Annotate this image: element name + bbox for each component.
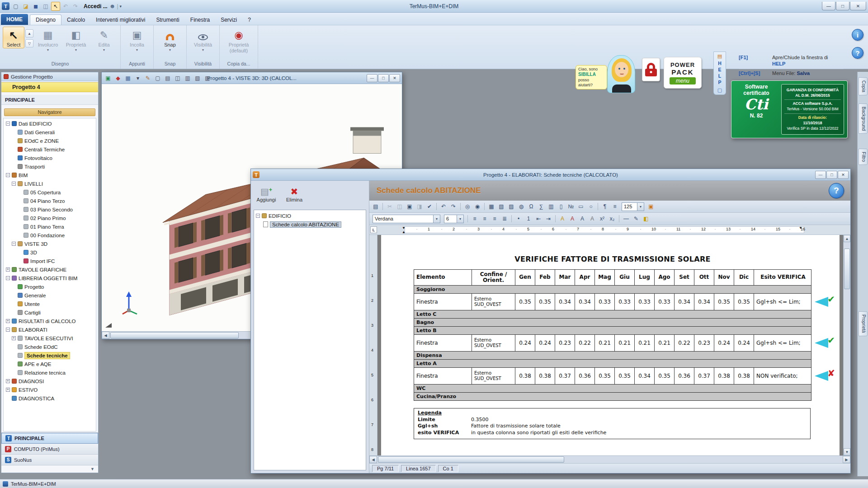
scroll-up-button[interactable]: ▲: [844, 235, 850, 242]
viewport-maximize-button[interactable]: □: [378, 74, 389, 82]
tab-stop-selector[interactable]: L: [370, 226, 377, 233]
tree-item-utente[interactable]: Utente: [4, 300, 96, 308]
tree-item-03-piano-secondo[interactable]: 03 Piano Secondo: [4, 205, 96, 214]
formatting-marks-icon[interactable]: ≡: [610, 202, 619, 211]
incolla-button[interactable]: ▣ Incolla ▾: [123, 27, 151, 52]
menu-tab-finestra[interactable]: Finestra: [185, 15, 215, 25]
tree-item-progetto[interactable]: Progetto: [4, 282, 96, 291]
insert-chart-icon[interactable]: ▨: [507, 202, 516, 211]
pointer-tool-icon[interactable]: ↖: [51, 2, 60, 11]
elaborati-maximize-button[interactable]: □: [826, 171, 837, 179]
tree-item-00-fondazione[interactable]: 00 Fondazione: [4, 231, 96, 239]
tree-item-livelli[interactable]: −LIVELLI: [4, 179, 96, 188]
full-page-icon[interactable]: ▣: [646, 202, 656, 211]
align-center-icon[interactable]: ≡: [480, 214, 489, 223]
tree-item-schede-eodc[interactable]: Schede EOdC: [4, 343, 96, 351]
tree-item-tavole-esecutivi[interactable]: +TAVOLE ESECUTIVI: [4, 334, 96, 343]
side-tab-copia[interactable]: Copia: [859, 77, 868, 95]
tree-expander-icon[interactable]: +: [12, 336, 16, 340]
document-help-button[interactable]: ?: [829, 183, 844, 198]
horizontal-ruler[interactable]: L 1·2·3·4·5·6·7·8·9·10·11·12·13·14·15·16…: [369, 225, 850, 235]
document-v-scrollbar[interactable]: ▲ ▼: [843, 235, 850, 455]
scrollbar-thumb[interactable]: [844, 249, 850, 289]
proprieta-default-button[interactable]: ◉ Proprietà (default): [222, 27, 255, 54]
scroll-down-button[interactable]: ▼: [844, 448, 850, 455]
project-panel-header[interactable]: Gestione Progetto: [1, 72, 98, 81]
open-folder-icon[interactable]: ◪: [21, 2, 30, 11]
tree-item-04-piano-terzo[interactable]: 04 Piano Terzo: [4, 197, 96, 205]
tree-expander-icon[interactable]: −: [12, 242, 16, 246]
info-button[interactable]: i: [852, 29, 863, 41]
vertical-ruler[interactable]: 12345678: [369, 235, 377, 455]
zoom-select[interactable]: 125 ▾: [622, 202, 644, 211]
tree-expander-icon[interactable]: +: [6, 267, 10, 272]
scrollbar-track[interactable]: [844, 242, 850, 448]
menu-tab-home[interactable]: HOME: [1, 14, 28, 25]
elaborati-close-button[interactable]: ✕: [838, 171, 849, 179]
insert-field-icon[interactable]: ▥: [547, 202, 556, 211]
font-size-select[interactable]: 6 ▾: [444, 215, 464, 223]
maximize-button[interactable]: □: [836, 2, 849, 10]
select-tool-button[interactable]: ↖ Select: [3, 27, 24, 48]
user-icon[interactable]: ☻: [109, 3, 116, 9]
proprieta-button[interactable]: ◧ Proprietà ▾: [62, 27, 90, 52]
help-side-tab[interactable]: ▤ HELP ▢: [713, 52, 726, 95]
tree-item-trasporti[interactable]: Trasporti: [4, 162, 96, 171]
outdent-icon[interactable]: ⇤: [534, 214, 543, 223]
accedi-button[interactable]: Accedi ...: [84, 3, 108, 9]
involucro-button[interactable]: ▦ Involucro ▾: [34, 27, 61, 52]
settings-icon[interactable]: ▨: [203, 74, 212, 83]
project-name-bar[interactable]: Progetto 4: [1, 82, 98, 92]
side-tab-filtro[interactable]: Filtro: [859, 149, 868, 165]
tree-expander-icon[interactable]: −: [6, 122, 10, 126]
redo-icon[interactable]: ↷: [449, 202, 458, 211]
sibilla-assistant[interactable]: Ciao, sono SIBILLA posso aiutarti?: [576, 52, 635, 93]
char-border-icon[interactable]: A: [578, 214, 587, 223]
insert-line-icon[interactable]: —: [622, 214, 631, 223]
menu-tab-interventi-migliorativi[interactable]: Interventi migliorativi: [90, 15, 151, 25]
tree-item-viste-3d[interactable]: −VISTE 3D: [4, 239, 96, 248]
tree-item-fotovoltaico[interactable]: Fotovoltaico: [4, 154, 96, 162]
menu-tab-servizi[interactable]: Servizi: [215, 15, 242, 25]
scroll-left-button[interactable]: ◀: [102, 332, 109, 339]
tree-item-risultati-di-calcolo[interactable]: +RISULTATI di CALCOLO: [4, 317, 96, 325]
tree-expander-icon[interactable]: −: [256, 214, 260, 218]
draw-icon[interactable]: ✎: [632, 214, 641, 223]
tree-item-schede-calcolo-abitazione[interactable]: Schede calcolo ABITAZIONE: [254, 220, 366, 229]
slope-tool-icon[interactable]: [105, 323, 112, 328]
tree-item-edificio[interactable]: − EDIFICIO: [254, 211, 366, 220]
tree-item-ape-e-aqe[interactable]: APE e AQE: [4, 360, 96, 368]
side-tab-background[interactable]: Background: [859, 103, 868, 134]
right-indent-marker[interactable]: ▼: [799, 226, 802, 230]
tree-item-dati-edificio[interactable]: −Dati EDIFICIO: [4, 119, 96, 128]
undo-icon[interactable]: ↶: [61, 2, 70, 11]
app-icon[interactable]: T: [2, 2, 9, 10]
tree-item-relazione-tecnica[interactable]: Relazione tecnica: [4, 368, 96, 377]
copy-icon[interactable]: ◫: [395, 202, 404, 211]
insert-object-icon[interactable]: ◍: [517, 202, 526, 211]
tree-item-tavole-grafiche[interactable]: +TAVOLE GRAFICHE: [4, 265, 96, 274]
format-painter-icon[interactable]: ◨: [415, 202, 424, 211]
box-icon[interactable]: ▢: [153, 74, 162, 83]
redo-icon[interactable]: ↷: [71, 2, 80, 11]
cut-icon[interactable]: ✂: [385, 202, 394, 211]
tree-item-import-ifc[interactable]: Import IFC: [4, 257, 96, 265]
tree-item-elaborati[interactable]: −ELABORATI: [4, 325, 96, 334]
window-icon[interactable]: ▣: [104, 74, 113, 83]
tree-item-centrali-termiche[interactable]: Centrali Termiche: [4, 145, 96, 154]
tree-expander-icon[interactable]: +: [6, 388, 10, 392]
document-h-scrollbar[interactable]: ◀ ▶: [369, 455, 850, 463]
panel-tab-suonus[interactable]: SSuoNus: [1, 455, 98, 465]
pilcrow-icon[interactable]: ¶: [600, 202, 609, 211]
quick-access-caret[interactable]: ▾: [120, 4, 122, 9]
tree-expander-icon[interactable]: −: [6, 173, 10, 177]
char-shading-icon[interactable]: A: [588, 214, 597, 223]
side-tab-propriet[interactable]: Proprietà: [859, 311, 868, 336]
new-file-icon[interactable]: ▢: [11, 2, 20, 11]
export-icon[interactable]: ▥: [183, 74, 192, 83]
layout-icon[interactable]: ▦: [123, 74, 132, 83]
viewport-titlebar[interactable]: ▣◆▦▾✎▢▤◫▥▧▨ Progetto 4 - VISTE 3D: 3D (C…: [102, 72, 402, 84]
undo-icon[interactable]: ↶: [439, 202, 448, 211]
align-right-icon[interactable]: ≡: [490, 214, 499, 223]
insert-image-icon[interactable]: ▧: [497, 202, 506, 211]
